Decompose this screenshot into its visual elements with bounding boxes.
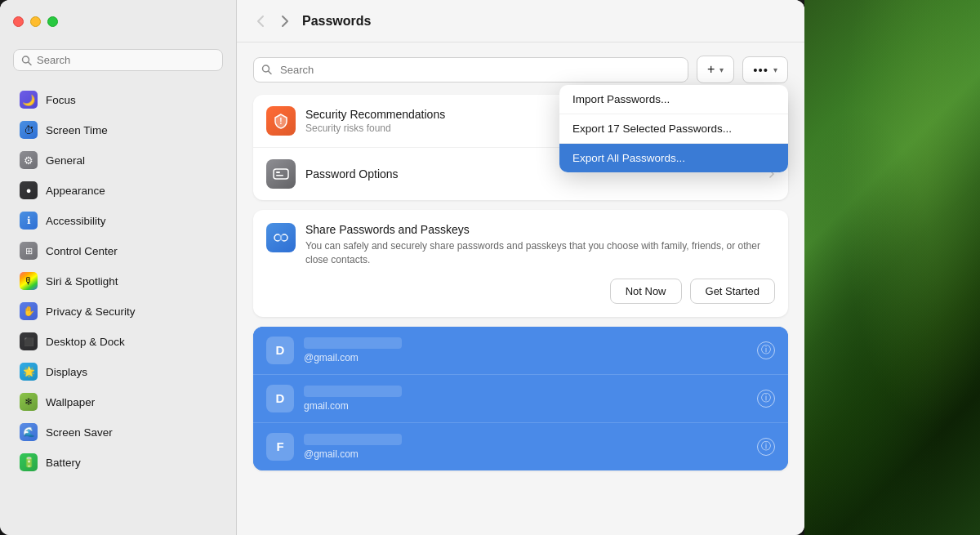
share-card-buttons: Not Now Get Started (266, 279, 775, 304)
sidebar-item-siri-spotlight[interactable]: 🎙 Siri & Spotlight (7, 266, 229, 296)
sidebar-item-label: Appearance (46, 185, 105, 197)
share-card-title: Share Passwords and Passkeys (305, 223, 775, 236)
pw-list-email: gmail.com (304, 400, 747, 412)
more-options-button[interactable]: ••• ▾ (742, 56, 788, 83)
sidebar-item-displays[interactable]: 🌟 Displays (7, 357, 229, 386)
traffic-lights (13, 16, 58, 27)
close-button[interactable] (13, 16, 24, 27)
sidebar-item-accessibility[interactable]: ℹ Accessibility (7, 206, 229, 235)
more-icon: ••• (753, 63, 768, 77)
wallpaper-icon: ❄ (20, 393, 38, 411)
export-selected-item[interactable]: Export 17 Selected Passwords... (559, 114, 788, 144)
pw-search-icon (261, 65, 272, 75)
sidebar-item-label: Privacy & Security (46, 305, 136, 318)
share-card-inner: Share Passwords and Passkeys You can saf… (266, 223, 775, 267)
general-icon: ⚙ (20, 151, 38, 169)
add-chevron-icon: ▾ (719, 65, 724, 74)
sidebar-item-desktop-dock[interactable]: ⬛ Desktop & Dock (7, 327, 229, 356)
sidebar-item-screen-saver[interactable]: 🌊 Screen Saver (7, 417, 229, 447)
screen-time-icon: ⏱ (20, 121, 38, 139)
screen-saver-icon: 🌊 (20, 423, 38, 441)
dropdown-menu: Import Passwords... Export 17 Selected P… (559, 85, 788, 172)
info-button[interactable]: ⓘ (757, 438, 775, 456)
page-title: Passwords (302, 14, 371, 29)
pw-search-input[interactable] (253, 57, 688, 82)
desktop-background (804, 0, 980, 535)
import-passwords-item[interactable]: Import Passwords... (559, 85, 788, 114)
svg-rect-6 (276, 172, 280, 173)
maximize-button[interactable] (47, 16, 58, 27)
avatar: D (266, 385, 294, 412)
export-all-item[interactable]: Export All Passwords... (559, 144, 788, 172)
sidebar-item-battery[interactable]: 🔋 Battery (7, 448, 229, 477)
desktop-icon: ⬛ (20, 332, 38, 350)
accessibility-icon: ℹ (20, 212, 38, 230)
sidebar-item-screen-time[interactable]: ⏱ Screen Time (7, 115, 229, 145)
privacy-icon: ✋ (20, 302, 38, 320)
svg-point-10 (278, 234, 284, 241)
sidebar-item-label: Siri & Spotlight (46, 275, 118, 288)
sidebar-item-label: Wallpaper (46, 396, 95, 408)
svg-text:!: ! (279, 117, 282, 126)
pw-list-text: @gmail.com (304, 337, 747, 363)
add-icon: + (707, 62, 715, 77)
pw-search-wrap[interactable] (253, 57, 688, 82)
siri-icon: 🎙 (20, 272, 38, 290)
avatar: F (266, 433, 294, 461)
sidebar-item-label: Screen Time (46, 124, 108, 136)
sidebar-item-wallpaper[interactable]: ❄ Wallpaper (7, 387, 229, 417)
sidebar-items-list: 🌙 Focus ⏱ Screen Time ⚙ General ● (0, 81, 236, 535)
sidebar-item-label: Control Center (46, 245, 118, 257)
svg-rect-7 (276, 175, 283, 176)
table-row[interactable]: F @gmail.com ⓘ (253, 423, 788, 470)
appearance-icon: ● (20, 181, 38, 199)
password-content: + ▾ ••• ▾ ! (237, 42, 804, 535)
search-row: + ▾ ••• ▾ (253, 56, 788, 83)
info-button[interactable]: ⓘ (757, 341, 775, 359)
table-row[interactable]: D @gmail.com ⓘ (253, 327, 788, 375)
main-content: Passwords + ▾ ••• ▾ (237, 0, 804, 535)
forward-button[interactable] (278, 13, 292, 29)
share-icon (266, 223, 296, 252)
pw-list-email: @gmail.com (304, 352, 747, 363)
main-titlebar: Passwords (237, 0, 804, 42)
svg-line-3 (269, 71, 272, 74)
pw-list-text: @gmail.com (304, 434, 747, 460)
pw-list-text: gmail.com (304, 386, 747, 412)
sidebar-item-appearance[interactable]: ● Appearance (7, 176, 229, 205)
control-center-icon: ⊞ (20, 242, 38, 260)
password-list: D @gmail.com ⓘ D gmail.com (253, 327, 788, 470)
share-card-description: You can safely and securely share passwo… (305, 239, 775, 267)
avatar: D (266, 337, 294, 364)
minimize-button[interactable] (30, 16, 41, 27)
sidebar-item-privacy-security[interactable]: ✋ Privacy & Security (7, 296, 229, 326)
share-card-text: Share Passwords and Passkeys You can saf… (305, 223, 775, 267)
titlebar (0, 0, 236, 42)
sidebar-item-general[interactable]: ⚙ General (7, 145, 229, 175)
security-recommendations-icon: ! (266, 106, 296, 136)
get-started-button[interactable]: Get Started (690, 279, 775, 304)
sidebar-search-wrap[interactable] (13, 49, 223, 71)
sidebar-search-container (0, 42, 236, 81)
focus-icon: 🌙 (20, 91, 38, 109)
info-button[interactable]: ⓘ (757, 390, 775, 408)
share-passwords-card: Share Passwords and Passkeys You can saf… (253, 210, 788, 317)
back-button[interactable] (253, 13, 268, 29)
sidebar-item-label: General (46, 154, 85, 167)
not-now-button[interactable]: Not Now (610, 279, 682, 304)
add-password-button[interactable]: + ▾ (697, 56, 734, 83)
password-options-icon (266, 159, 296, 189)
pw-list-email: @gmail.com (304, 448, 747, 460)
sidebar-item-label: Accessibility (46, 215, 106, 227)
table-row[interactable]: D gmail.com ⓘ (253, 375, 788, 423)
more-chevron-icon: ▾ (773, 65, 777, 74)
sidebar-item-control-center[interactable]: ⊞ Control Center (7, 236, 229, 265)
battery-icon: 🔋 (20, 453, 38, 471)
sidebar-item-label: Displays (46, 366, 87, 378)
pw-list-name (304, 434, 402, 445)
sidebar-item-label: Battery (46, 457, 81, 469)
sidebar-search-input[interactable] (13, 49, 223, 71)
pw-list-name (304, 386, 402, 397)
sidebar-item-label: Focus (46, 94, 76, 106)
sidebar-item-focus[interactable]: 🌙 Focus (7, 85, 229, 114)
